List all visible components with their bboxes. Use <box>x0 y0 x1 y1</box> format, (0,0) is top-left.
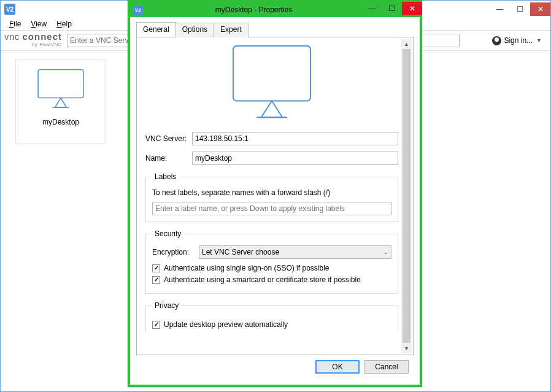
vnc-server-label: VNC Server: <box>145 134 192 143</box>
security-group: Security Encryption: Let VNC Server choo… <box>145 229 398 294</box>
checkbox-icon: ✓ <box>152 264 160 272</box>
checkbox-icon: ✓ <box>152 321 160 329</box>
chevron-down-icon: ⌄ <box>383 249 388 255</box>
brand-logo: vnc connect by RealVNC <box>4 33 62 49</box>
scroll-down-icon[interactable]: ▼ <box>401 343 412 353</box>
tab-panel-general: VNC Server: Name: Labels To nest labels,… <box>136 37 414 355</box>
cancel-button[interactable]: Cancel <box>364 360 409 374</box>
scroll-content: VNC Server: Name: Labels To nest labels,… <box>145 44 398 348</box>
main-maximize-button[interactable]: ☐ <box>510 2 530 16</box>
labels-legend: Labels <box>152 172 179 181</box>
tab-general[interactable]: General <box>136 22 176 37</box>
security-legend: Security <box>152 229 183 238</box>
encryption-select[interactable]: Let VNC Server choose ⌄ <box>199 245 391 259</box>
menu-file[interactable]: File <box>6 18 25 29</box>
privacy-legend: Privacy <box>152 301 181 310</box>
labels-hint: To nest labels, separate names with a fo… <box>152 188 391 197</box>
dialog-maximize-button[interactable]: ☐ <box>382 2 402 15</box>
row-name: Name: <box>145 152 398 165</box>
main-window-controls: — ☐ ✕ <box>490 2 550 16</box>
smartcard-checkbox-row[interactable]: ✓ Authenticate using a smartcard or cert… <box>152 275 391 284</box>
labels-group: Labels To nest labels, separate names wi… <box>145 172 398 222</box>
privacy-group: Privacy ✓ Update desktop preview automat… <box>145 301 398 332</box>
preview-checkbox-row[interactable]: ✓ Update desktop preview automatically <box>152 320 391 329</box>
avatar-icon <box>492 36 501 45</box>
dialog-button-row: OK Cancel <box>136 360 409 374</box>
ok-button[interactable]: OK <box>315 360 360 374</box>
dialog-app-icon: V2 <box>133 5 143 15</box>
labels-input[interactable] <box>152 202 391 215</box>
dialog-body: General Options Expert VNC Server: Name: <box>130 17 420 385</box>
dialog-titlebar[interactable]: V2 myDesktop - Properties — ☐ ✕ <box>130 2 420 17</box>
row-vnc-server: VNC Server: <box>145 132 398 145</box>
dialog-close-button[interactable]: ✕ <box>402 2 422 15</box>
name-label: Name: <box>145 154 192 163</box>
menu-view[interactable]: View <box>27 18 50 29</box>
sso-checkbox-row[interactable]: ✓ Authenticate using single sign-on (SSO… <box>152 264 391 272</box>
scroll-thumb[interactable] <box>403 49 410 343</box>
main-minimize-button[interactable]: — <box>490 2 510 16</box>
app-icon: V2 <box>4 4 15 15</box>
checkbox-icon: ✓ <box>152 276 160 284</box>
scroll-up-icon[interactable]: ▲ <box>401 39 412 49</box>
vertical-scrollbar[interactable]: ▲ ▼ <box>401 39 412 353</box>
tab-options[interactable]: Options <box>175 23 214 37</box>
main-close-button[interactable]: ✕ <box>530 2 550 16</box>
dialog-window-controls: — ☐ ✕ <box>361 2 422 15</box>
chevron-down-icon: ▼ <box>536 37 542 44</box>
tab-expert[interactable]: Expert <box>214 23 249 37</box>
properties-dialog: V2 myDesktop - Properties — ☐ ✕ General … <box>128 0 422 387</box>
svg-rect-2 <box>233 46 310 101</box>
dialog-minimize-button[interactable]: — <box>361 2 382 15</box>
connection-card[interactable]: myDesktop <box>15 60 106 144</box>
connection-label: myDesktop <box>42 118 79 126</box>
tab-strip: General Options Expert <box>136 23 414 37</box>
sign-in-button[interactable]: Sign in... ▼ <box>487 35 547 47</box>
monitor-icon <box>33 69 89 109</box>
monitor-icon <box>231 44 313 121</box>
dialog-title: myDesktop - Properties <box>146 6 361 14</box>
svg-rect-0 <box>38 70 83 98</box>
menu-help[interactable]: Help <box>53 18 75 29</box>
name-input[interactable] <box>192 152 398 165</box>
encryption-label: Encryption: <box>152 248 199 256</box>
vnc-server-input[interactable] <box>192 132 398 145</box>
